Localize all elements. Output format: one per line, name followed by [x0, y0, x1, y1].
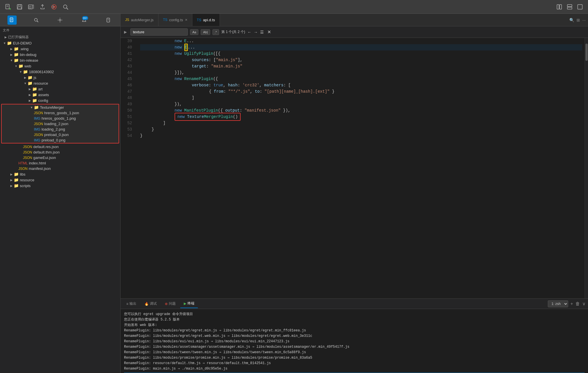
tree-item-manifest[interactable]: JSON manifest.json: [0, 166, 120, 171]
chevron-right-icon-resource-top: ▶: [9, 178, 14, 182]
panel-tab-output[interactable]: ≡ 输出: [123, 300, 140, 308]
tree-item-loading-png[interactable]: IMG loading_2.png: [2, 127, 119, 132]
kill-terminal-btn[interactable]: 🗑: [575, 301, 580, 306]
terminal-content[interactable]: 您可以执行 egret upgrade 命令升级项目 您正在使用白鹭编译器 5.…: [121, 309, 588, 373]
json-file-icon: JSON: [34, 111, 43, 115]
folder-icon-180806143902: 📁: [23, 69, 28, 74]
zoom-icon[interactable]: 🔍: [569, 18, 574, 22]
tab-automerger[interactable]: JS autoMerger.js: [121, 14, 158, 26]
label-loading-json: loading_2.json: [44, 122, 68, 126]
find-option-regex[interactable]: .*: [212, 29, 219, 35]
sidebar-tab-badge[interactable]: 99+: [80, 15, 89, 25]
tab-config[interactable]: TS config.ts ✕: [158, 14, 192, 26]
png-file-icon-2: IMG: [34, 127, 40, 131]
find-prev-btn[interactable]: ←: [247, 30, 252, 34]
line-num-46: 46: [121, 82, 134, 88]
sidebar-tab-search[interactable]: [32, 15, 41, 25]
sidebar-tab-debug[interactable]: [104, 15, 113, 25]
tree-item-wing[interactable]: ▶ 📁 .wing: [0, 46, 120, 52]
tree-item-js[interactable]: ▶ 📁 js: [0, 75, 120, 80]
json-file-icon-6: JSON: [23, 156, 32, 160]
line-numbers: 39 40 41 42 43 44 45 46 47 48 49 50 51 5…: [121, 38, 138, 298]
tree-item-assets[interactable]: ▶ 📁 assets: [0, 92, 120, 98]
tree-item-default-res[interactable]: JSON default.res.json: [0, 144, 120, 149]
find-next-btn[interactable]: →: [254, 30, 258, 34]
tree-item-art[interactable]: ▶ 📁 art: [0, 86, 120, 92]
search-global-icon[interactable]: [62, 3, 69, 10]
tab-label-automerger: autoMerger.js: [131, 18, 154, 22]
tree-item-web[interactable]: ▼ 📁 web: [0, 63, 120, 69]
collapse-panel-btn[interactable]: ∨: [582, 301, 586, 306]
tree-item-config[interactable]: ▶ 📁 config: [0, 98, 120, 103]
tree-item-gameeui[interactable]: JSON gameEui.json: [0, 155, 120, 160]
chevron-right-icon-libs: ▶: [9, 172, 14, 176]
tree-item-180806143902[interactable]: ▼ 📁 180806143902: [0, 69, 120, 75]
tree-item-preload-json[interactable]: JSON preload_0.json: [2, 132, 119, 137]
chevron-down-icon-web: ▼: [14, 64, 18, 68]
line-num-53: 53: [121, 126, 134, 133]
chevron-right-icon-assets: ▶: [28, 92, 32, 97]
tab-close-config[interactable]: ✕: [185, 18, 187, 22]
find-input[interactable]: [130, 28, 188, 36]
code-line-46: verbose : true , hash : 'crc32' , matche…: [140, 82, 582, 88]
prop-sources: sources: [192, 57, 209, 63]
tree-item-scripts[interactable]: ▶ 📁 scripts: [0, 183, 120, 189]
cls-texture-part2: MergerPlugin: [204, 114, 233, 120]
layout-icon-2[interactable]: [566, 3, 573, 10]
line-num-43: 43: [121, 63, 134, 69]
new-terminal-btn[interactable]: +: [570, 301, 573, 306]
tree-item-hreros-png[interactable]: IMG hreros_goods_1.png: [2, 116, 119, 121]
sidebar-tab-files[interactable]: [7, 15, 17, 25]
sidebar-tabs: 99+: [0, 14, 120, 26]
sidebar-tab-settings[interactable]: [55, 15, 65, 25]
sidebar: 99+ 文件 ▶ 已打开编辑器 ▼: [0, 14, 121, 373]
save-icon[interactable]: [16, 3, 23, 10]
tree-item-bin-release[interactable]: ▼ 📁 bin-release: [0, 57, 120, 63]
line-num-48: 48: [121, 95, 134, 101]
code-line-42: sources : [ "main.js" ],: [140, 57, 582, 63]
tree-item-resource-top[interactable]: ▶ 📁 resource: [0, 177, 120, 183]
code-line-54: }: [140, 133, 582, 139]
find-close-btn[interactable]: ✕: [267, 29, 271, 35]
cls-e-39: E: [184, 38, 187, 44]
already-open-editors[interactable]: ▶ 已打开编辑器: [0, 34, 120, 40]
panel-tab-terminal[interactable]: ▶ 终端: [180, 299, 198, 308]
scrollbar-thumb[interactable]: [585, 44, 588, 61]
folder-icon-bin-release: 📁: [14, 58, 19, 63]
layout-icon-3[interactable]: [577, 3, 583, 10]
layout-icon-1[interactable]: [556, 3, 563, 10]
tree-item-loading-json[interactable]: JSON loading_2.json: [2, 121, 119, 127]
tab-api[interactable]: TS api.d.ts: [192, 14, 220, 26]
folder-icon-libs: 📁: [14, 172, 19, 176]
more-icon[interactable]: ···: [582, 18, 586, 22]
prop-hash: hash: [228, 82, 238, 88]
tree-item-resource-inner[interactable]: ▼ 📁 resource: [0, 80, 120, 86]
terminal-selector[interactable]: 1: zsh: [548, 300, 568, 307]
tree-item-libs[interactable]: ▶ 📁 libs: [0, 171, 120, 177]
project-root[interactable]: ▼ 📁 EUI-DEMO: [0, 40, 120, 46]
tree-item-preload-png[interactable]: IMG preload_0.png: [2, 137, 119, 143]
panel-tab-debug[interactable]: 🔥 调试: [141, 300, 160, 308]
find-option-case[interactable]: Aa: [190, 29, 198, 35]
tree-item-bin-debug[interactable]: ▶ 📁 bin-debug: [0, 52, 120, 57]
line-num-40: 40: [121, 44, 134, 50]
find-option-word[interactable]: Ab|: [201, 29, 210, 35]
split-icon[interactable]: ⊞: [577, 18, 580, 22]
tree-item-default-thm[interactable]: JSON default.thm.json: [0, 149, 120, 155]
tree-item-hreros-json[interactable]: JSON hreros_goods_1.json: [2, 110, 119, 116]
save-all-icon[interactable]: [28, 3, 34, 10]
editor-area: JS autoMerger.js TS config.ts ✕ TS api.d…: [121, 14, 588, 373]
scrollbar-v[interactable]: [585, 38, 588, 298]
terminal-line-10: RenamePlugin: resource/default.thm.js ⇒ …: [124, 361, 585, 366]
line-num-49: 49: [121, 101, 134, 107]
run-icon[interactable]: [51, 3, 57, 10]
find-select-all-btn[interactable]: ☰: [260, 30, 264, 34]
label-art: art: [38, 87, 42, 91]
export-icon[interactable]: [39, 3, 46, 10]
panel-tab-problems[interactable]: ⊗ 问题: [161, 300, 179, 308]
tree-item-texture-merger[interactable]: ▼ 📁 TextureMerger: [2, 104, 119, 110]
code-editor[interactable]: 39 40 41 42 43 44 45 46 47 48 49 50 51 5…: [121, 38, 585, 298]
tree-item-index-html[interactable]: HTML index.html: [0, 160, 120, 166]
folder-icon-js: 📁: [28, 75, 32, 80]
new-file-icon[interactable]: [5, 3, 11, 10]
